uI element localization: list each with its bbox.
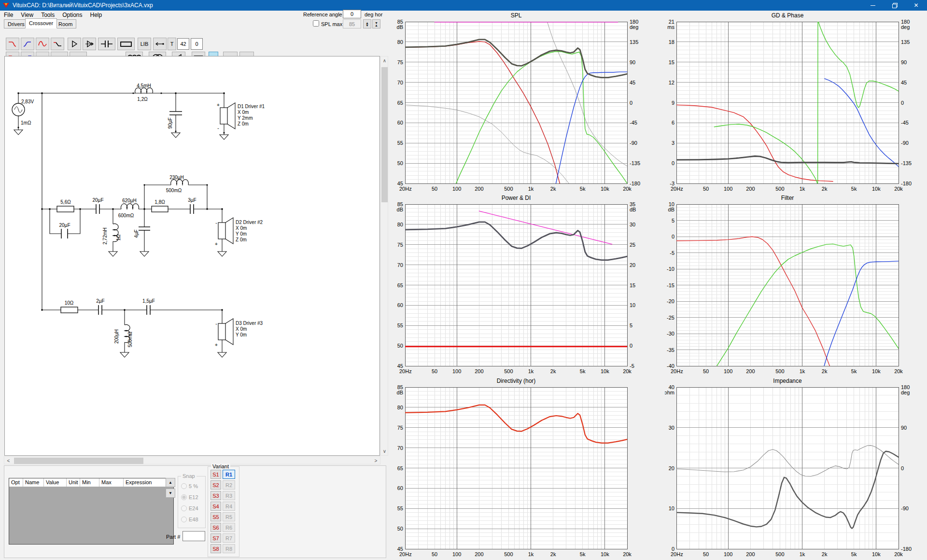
minimize-button[interactable] (862, 0, 884, 11)
chart-power-di: Power & DI85dB807570656055504535dB302520… (393, 193, 662, 375)
d2-x: X 0m (236, 225, 247, 231)
schematic-drawing: 2,83V 1mΩ 4,5mH 1,2Ω 90µF + - D1 Driver … (5, 56, 379, 455)
svg-text:75: 75 (397, 242, 403, 248)
shelf-block-button[interactable] (51, 38, 64, 50)
tab-room[interactable]: Room (55, 19, 76, 28)
variant-s6-button[interactable]: S6 (211, 523, 221, 532)
svg-text:-45: -45 (630, 120, 637, 126)
scroll-up-icon[interactable]: ∧ (380, 56, 389, 65)
svg-text:50: 50 (397, 526, 403, 532)
variant-s3-button[interactable]: S3 (211, 491, 221, 500)
menu-view[interactable]: View (17, 11, 37, 19)
schematic-vscrollbar[interactable]: ∧ ∨ (380, 56, 388, 456)
text-tool-button[interactable]: T (168, 38, 176, 50)
menu-tools[interactable]: Tools (37, 11, 58, 19)
svg-text:5k: 5k (580, 186, 586, 192)
svg-text:50: 50 (432, 368, 437, 374)
snap-e48-radio (181, 517, 187, 522)
svg-text:200: 200 (475, 551, 483, 557)
svg-text:100: 100 (452, 186, 461, 192)
svg-text:50: 50 (397, 160, 403, 166)
library-button[interactable]: LIB (138, 38, 151, 50)
variant-s5-button[interactable]: S5 (211, 512, 221, 521)
scroll-right-icon[interactable]: > (372, 457, 380, 465)
variant-s1-button[interactable]: S1 (211, 470, 221, 479)
svg-text:10k: 10k (601, 186, 609, 192)
scroll-down-icon[interactable]: ∨ (380, 447, 389, 455)
optimizer-table-body[interactable] (9, 487, 174, 545)
reference-angle-input[interactable]: 0 (343, 10, 361, 18)
d3-plus: + (215, 342, 218, 348)
svg-text:3: 3 (672, 140, 674, 146)
snap-e48-label: E48 (189, 517, 198, 522)
chart-canvas-3: Filter10dB50-5-10-15-20-25-30-35-4020Hz5… (665, 193, 927, 375)
svg-text:-15: -15 (667, 282, 674, 288)
variant-r1-button[interactable]: R1 (223, 470, 235, 479)
svg-text:70: 70 (397, 445, 403, 451)
buffer-block-button[interactable] (68, 38, 81, 50)
menu-help[interactable]: Help (86, 11, 106, 19)
chart-gd-phase: GD & Phase21ms1815129630-3180deg13590450… (665, 11, 927, 192)
grid-size-input[interactable]: 42 (177, 38, 189, 50)
spl-spin-button[interactable]: ▲▼ (363, 19, 371, 28)
highpass-block-button[interactable] (21, 38, 34, 50)
vscroll-thumb[interactable] (381, 67, 388, 202)
col-opt: Opt (9, 478, 23, 487)
scroll-left-icon[interactable]: < (4, 457, 13, 465)
svg-text:20k: 20k (623, 551, 632, 557)
svg-text:500: 500 (504, 186, 513, 192)
resistor-button[interactable] (117, 38, 135, 50)
svg-text:5k: 5k (580, 551, 586, 557)
svg-text:30: 30 (669, 425, 674, 431)
buffer-icon (70, 40, 79, 48)
hscroll-thumb[interactable] (14, 458, 143, 464)
wire-button[interactable] (153, 38, 167, 50)
row-up-button[interactable]: ▲ (166, 478, 175, 487)
variant-r7-button: R7 (223, 533, 235, 543)
fit-y-button[interactable]: ▼▲ (372, 19, 380, 28)
svg-text:12: 12 (669, 80, 674, 85)
svg-text:55: 55 (397, 505, 403, 511)
variant-s8-button[interactable]: S8 (211, 544, 221, 553)
svg-text:Directivity (hor): Directivity (hor) (497, 378, 536, 384)
variant-title: Variant (211, 463, 230, 469)
menu-file[interactable]: File (0, 11, 17, 19)
variant-s2-button[interactable]: S2 (211, 480, 221, 490)
tab-crossover[interactable]: Crossover (25, 18, 57, 28)
variant-s7-button[interactable]: S7 (211, 533, 221, 543)
part-number-input[interactable] (183, 531, 205, 541)
spl-max-checkbox[interactable] (313, 20, 319, 27)
variant-s4-button[interactable]: S4 (211, 502, 221, 511)
svg-text:100: 100 (724, 186, 732, 192)
bandpass-block-button[interactable] (36, 38, 49, 50)
svg-text:1k: 1k (800, 186, 805, 192)
schematic-canvas[interactable]: 2,83V 1mΩ 4,5mH 1,2Ω 90µF + - D1 Driver … (4, 56, 380, 456)
capacitor-button[interactable] (98, 38, 115, 50)
bandpass-icon (38, 40, 47, 48)
d2-plus: + (215, 241, 218, 247)
amplifier-block-button[interactable] (83, 38, 96, 50)
restore-button[interactable] (884, 0, 905, 11)
d1-plus: + (217, 102, 220, 108)
source-voltage-label: 2,83V (21, 99, 34, 104)
lowpass-icon (8, 40, 17, 48)
svg-text:SPL: SPL (511, 12, 522, 19)
row-down-button[interactable]: ▼ (166, 489, 175, 498)
svg-text:20k: 20k (894, 551, 903, 557)
menu-options[interactable]: Options (58, 11, 86, 19)
svg-text:60: 60 (397, 302, 403, 308)
lowpass-block-button[interactable] (6, 38, 19, 50)
rotation-input[interactable]: 0 (191, 38, 203, 50)
svg-text:Filter: Filter (781, 195, 794, 201)
svg-text:10: 10 (669, 505, 674, 511)
wire-icon (155, 40, 165, 48)
svg-text:50: 50 (703, 186, 709, 192)
svg-text:50: 50 (432, 186, 437, 192)
d3-name: D3 Driver #3 (236, 321, 263, 326)
schematic-hscrollbar[interactable]: < > (4, 456, 380, 464)
svg-text:10k: 10k (601, 551, 609, 557)
b2-lpar-value: 230µH (169, 175, 184, 180)
svg-text:55: 55 (397, 322, 403, 328)
close-button[interactable]: ✕ (905, 0, 927, 11)
snap-e12-label: E12 (189, 494, 198, 500)
